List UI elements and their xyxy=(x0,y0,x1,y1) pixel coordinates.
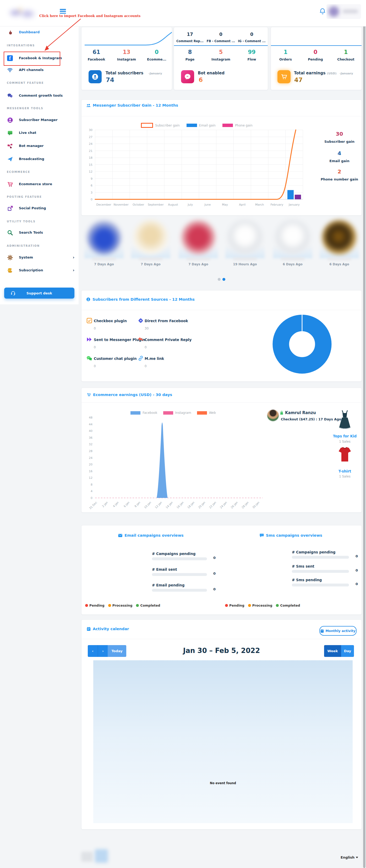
stat-instagram-pages: 5 Instagram xyxy=(206,49,236,61)
monthly-activity-button[interactable]: Monthly activity xyxy=(319,626,357,636)
product-image-dress[interactable] xyxy=(337,410,353,430)
svg-text:September: September xyxy=(148,203,164,207)
avatar xyxy=(133,220,168,255)
source-value: 0 xyxy=(94,364,96,368)
period-label: ‹January xyxy=(339,72,353,75)
sidebar-item-ecommerce-store[interactable]: Ecommerce store xyxy=(0,180,79,189)
svg-text:12: 12 xyxy=(89,476,92,479)
sidebar-section-ecommerce: ECOMMERCE xyxy=(7,170,30,174)
sidebar-item-broadcasting[interactable]: Broadcasting xyxy=(0,155,79,163)
language-selector[interactable]: English xyxy=(341,856,358,859)
svg-text:9: 9 xyxy=(91,177,92,181)
product-link-tshirt[interactable]: T-shirt xyxy=(327,469,363,473)
subscriber-carousel-item[interactable]: 19 Hours Ago xyxy=(223,220,267,269)
svg-text:6: 6 xyxy=(91,184,92,187)
sidebar-item-comment-growth-tools[interactable]: Comment growth tools xyxy=(0,91,79,100)
link-icon xyxy=(138,355,144,362)
subscriber-carousel-item[interactable]: 6 Days Ago xyxy=(271,220,314,269)
total-earnings-value: 47 xyxy=(294,76,303,83)
footer-badge xyxy=(95,849,108,863)
subscriber-carousel-item[interactable]: 7 Days Ago xyxy=(82,220,126,269)
legend-swatch-web xyxy=(197,411,207,414)
divider xyxy=(82,639,362,639)
total-earnings-label: Total earnings xyxy=(294,71,326,75)
processing-dot xyxy=(108,604,111,607)
ecommerce-earnings-chart: 0481216202428323640444831 Dec2 Jan4 Jan6… xyxy=(87,406,270,512)
svg-text:August: August xyxy=(168,203,178,207)
scrollbar-thumb[interactable] xyxy=(363,0,365,868)
carousel-dot-active[interactable] xyxy=(222,278,225,281)
product-link-tops-for-kid[interactable]: Tops for Kid xyxy=(327,434,363,438)
sidebar-item-label: Bot manager xyxy=(19,144,43,148)
processing-dot xyxy=(248,604,251,607)
scrollbar-track[interactable] xyxy=(362,0,366,868)
orders-card: 1 Orders 0 Pending 1 Checkout Total earn… xyxy=(271,27,362,90)
stat-facebook: 61 Facebook xyxy=(82,49,111,61)
no-event-message: No event found xyxy=(93,781,353,785)
chat-icon xyxy=(7,130,13,136)
comments-icon xyxy=(7,92,13,99)
svg-text:6 Jan: 6 Jan xyxy=(123,501,130,508)
svg-text:44: 44 xyxy=(89,423,92,426)
sidebar-item-search-tools[interactable]: Search Tools xyxy=(0,228,79,237)
svg-text:October: October xyxy=(132,203,144,207)
svg-text:24: 24 xyxy=(89,142,92,146)
svg-text:21: 21 xyxy=(89,149,92,153)
sidebar-section-integrations: INTEGRATIONS xyxy=(7,44,35,47)
svg-text:18: 18 xyxy=(89,156,92,159)
subscriber-carousel-item[interactable]: 7 Days Ago xyxy=(177,220,220,269)
support-desk-button[interactable]: Support desk xyxy=(4,287,74,299)
carousel-dot[interactable] xyxy=(218,278,221,281)
calendar-week-button[interactable]: Week xyxy=(324,645,341,657)
source-label: Checkbox plugin xyxy=(94,319,127,323)
cart-icon xyxy=(7,181,13,187)
svg-text:26 Jan: 26 Jan xyxy=(230,501,238,509)
svg-text:32: 32 xyxy=(89,443,92,446)
calendar-body[interactable]: No event found xyxy=(93,660,353,823)
calendar-day-button[interactable]: Day xyxy=(341,645,354,657)
sidebar-item-social-posting[interactable]: Social Posting xyxy=(0,204,79,213)
svg-text:June: June xyxy=(204,203,211,207)
svg-text:10 Jan: 10 Jan xyxy=(143,501,152,509)
top-header xyxy=(0,0,366,27)
product-image-tshirt[interactable] xyxy=(338,446,352,463)
subscriber-carousel-item[interactable]: 6 Days Ago xyxy=(317,220,361,269)
svg-text:20 Jan: 20 Jan xyxy=(197,501,206,509)
legend-swatch-instagram xyxy=(163,411,173,414)
user-menu[interactable] xyxy=(327,4,361,19)
messenger-summary: 30 Subscriber gain 4 Email gain 2 Phone … xyxy=(317,100,362,215)
headset-icon xyxy=(10,290,16,296)
svg-text:2 Jan: 2 Jan xyxy=(101,501,109,508)
sidebar-item-live-chat[interactable]: Live chat xyxy=(0,128,79,137)
sidebar-item-subscriber-manager[interactable]: Subscriber Manager xyxy=(0,116,79,124)
subscriber-carousel-item[interactable]: 7 Days Ago xyxy=(129,220,173,269)
svg-text:24: 24 xyxy=(89,456,92,460)
sms-campaigns-title: Sms campaigns overviews xyxy=(220,533,362,537)
svg-text:8: 8 xyxy=(91,483,92,486)
sidebar-item-dashboard[interactable]: Dashboard xyxy=(0,28,79,37)
sidebar-item-facebook-instagram[interactable]: f Facebook & Instagram xyxy=(0,54,79,63)
svg-text:30: 30 xyxy=(89,128,92,132)
svg-text:3: 3 xyxy=(91,191,92,194)
notification-bell-icon[interactable] xyxy=(319,7,326,15)
stat-flow: 99 Flow xyxy=(237,49,267,61)
sidebar-item-system[interactable]: System › xyxy=(0,253,79,262)
svg-text:12: 12 xyxy=(89,170,92,174)
chevron-right-icon: › xyxy=(73,255,74,260)
progress-bar xyxy=(292,556,349,559)
sources-card: Subscribers from Different Sources - 12 … xyxy=(81,290,362,382)
sidebar-section-administration: ADMINISTRATION xyxy=(7,244,40,247)
sidebar-item-subscription[interactable]: Subscription › xyxy=(0,266,79,275)
user-name-blur xyxy=(343,9,358,13)
progress-bar xyxy=(152,573,207,576)
paper-plane-icon xyxy=(7,156,13,162)
forward-icon xyxy=(86,336,92,343)
section-title: Messenger Subscriber Gain - 12 Months xyxy=(86,103,178,107)
customer-name[interactable]: Kamrul Ranzu xyxy=(285,410,316,415)
divider xyxy=(82,402,362,403)
messenger-bot-icon xyxy=(181,70,194,83)
sidebar-item-bot-manager[interactable]: Bot manager xyxy=(0,142,79,150)
app-logo[interactable] xyxy=(5,2,37,24)
calendar-icon xyxy=(321,629,324,633)
sidebar-item-api-channels[interactable]: API channels xyxy=(0,65,79,74)
